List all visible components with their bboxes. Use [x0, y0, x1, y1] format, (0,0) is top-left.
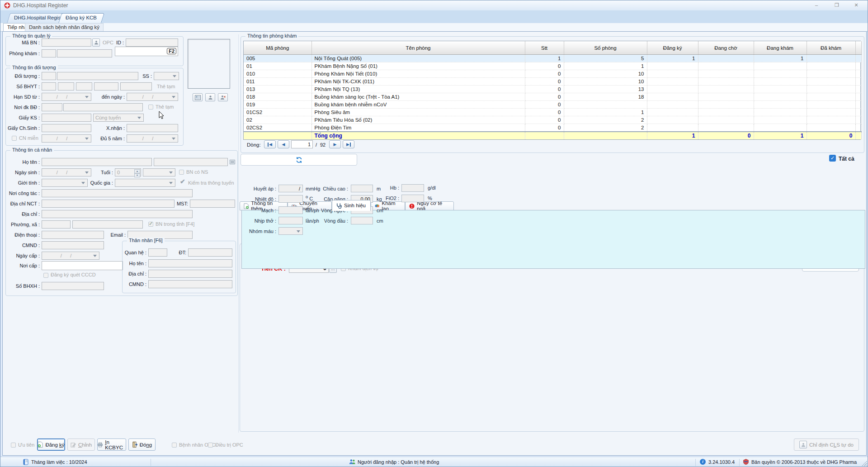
gioi-tinh-dropdown[interactable] — [42, 179, 88, 187]
cung-tuyen-dropdown[interactable]: Cùng tuyến — [93, 114, 144, 122]
minimize-button[interactable]: – — [810, 1, 823, 9]
col-so-phong[interactable]: Số phòng — [564, 41, 647, 55]
den-ngay-datepicker[interactable]: / / — [127, 93, 178, 101]
du-5-nam-datepicker[interactable]: / / — [127, 134, 178, 143]
in-kcbyc-button[interactable]: In KCBYC — [97, 438, 126, 451]
phuong-xa-code-input[interactable] — [42, 220, 71, 229]
maximize-button[interactable]: ❐ — [830, 1, 844, 9]
tat-ca-checkbox[interactable]: ✓ — [829, 155, 836, 162]
kiem-tra-thong-tuyen-button[interactable]: Kiểm tra thông tuyến — [188, 180, 234, 186]
phong-kham-code-input[interactable] — [42, 49, 56, 57]
table-row[interactable]: 02PKhám Tiêu Hóa Số (02)02 — [244, 116, 861, 124]
mach-input[interactable] — [278, 206, 303, 214]
bhyt-part5-input[interactable] — [120, 82, 152, 91]
table-row[interactable]: 010Phòng Khám Nội Tiết (010)010 — [244, 70, 861, 78]
phong-kham-name-input[interactable] — [57, 49, 112, 57]
cn-mien-datepicker[interactable]: / / — [42, 134, 91, 143]
col-dang-ky[interactable]: Đăng ký — [647, 41, 698, 55]
nhom-mau-dropdown[interactable] — [278, 227, 303, 235]
ho-ten-input[interactable] — [42, 158, 152, 166]
tab-dang-ky-kcb[interactable]: Đăng ký KCB — [58, 13, 101, 23]
tuoi-unit-dropdown[interactable] — [143, 168, 175, 176]
remove-photo-button[interactable] — [218, 93, 228, 101]
table-row[interactable]: 013PKhám Nội TQ (13)013 — [244, 86, 861, 93]
splitter[interactable] — [238, 34, 239, 433]
table-row[interactable]: 011PKhám Nội TK-CXK (011)010 — [244, 78, 861, 86]
col-stt[interactable]: Stt — [525, 41, 564, 55]
bhyt-part3-input[interactable] — [76, 82, 92, 91]
noi-dk-code-input[interactable] — [42, 103, 62, 111]
tab-nguy-co-te-nga[interactable]: Nguy cơ té ngã — [405, 201, 454, 210]
chinh-button[interactable]: Chỉnh — [67, 438, 95, 451]
dia-chi-input[interactable] — [42, 210, 193, 218]
tab-sinh-hieu[interactable]: Sinh hiệu — [332, 200, 371, 211]
noi-dk-name-input[interactable] — [63, 103, 143, 111]
ho-ten-khong-dau-input[interactable] — [154, 158, 228, 166]
noi-cong-tac-input[interactable] — [42, 189, 193, 197]
pager-page-input[interactable]: 1 — [291, 140, 313, 148]
chieu-cao-input[interactable] — [351, 185, 373, 192]
vong-dau-input[interactable] — [351, 217, 373, 224]
close-button[interactable]: ✕ — [849, 1, 863, 9]
bn-co-ns-checkbox[interactable] — [179, 170, 184, 175]
quet-cccd-checkbox[interactable] — [43, 273, 48, 278]
scan-card-button[interactable] — [193, 93, 203, 101]
table-row[interactable]: 018Buồng khám sàng lọc (Trệt - Tòa A1)01… — [244, 93, 861, 101]
uu-tien-checkbox[interactable] — [11, 443, 16, 448]
giay-ch-sinh-input[interactable] — [42, 124, 91, 132]
phong-kham-search-input[interactable]: F2 — [115, 47, 178, 56]
mst-input[interactable] — [190, 200, 235, 208]
ngay-sinh-datepicker[interactable]: / / — [42, 168, 91, 176]
han-sd-tu-datepicker[interactable]: / / — [42, 93, 91, 101]
pager-prev-button[interactable]: ◀ — [278, 140, 289, 148]
dien-thoai-input[interactable] — [42, 231, 104, 239]
than-nhan-ho-ten-input[interactable] — [148, 259, 232, 267]
col-dang-cho[interactable]: Đang chờ — [698, 41, 754, 55]
subtab-danh-sach[interactable]: Danh sách bệnh nhân đăng ký — [25, 23, 104, 31]
noi-cap-input[interactable] — [42, 261, 123, 270]
nhiet-do-input[interactable] — [278, 195, 303, 203]
spinner-arrows-icon[interactable]: ▲▼ — [134, 169, 140, 176]
dieu-tri-opc-checkbox[interactable] — [208, 443, 213, 448]
name-list-button[interactable] — [229, 158, 236, 166]
dia-chi-nct-input[interactable] — [42, 200, 175, 208]
table-row[interactable]: 005Nội Tổng Quát (005)1511 — [244, 55, 861, 62]
phuong-xa-name-input[interactable] — [72, 220, 143, 229]
pager-next-button[interactable]: ▶ — [329, 140, 341, 148]
than-nhan-dia-chi-input[interactable] — [148, 270, 232, 278]
quoc-gia-dropdown[interactable] — [115, 179, 175, 187]
table-row[interactable]: 02CS2Phòng Điện Tim02 — [244, 124, 861, 132]
hb-input[interactable] — [401, 184, 424, 192]
patient-lookup-button[interactable] — [92, 38, 100, 47]
ngay-cap-datepicker[interactable]: / / — [42, 252, 99, 260]
cn-mien-checkbox[interactable] — [12, 136, 17, 141]
the-tam-checkbox[interactable] — [148, 105, 153, 110]
nhip-tho-input[interactable] — [278, 217, 303, 224]
cmnd-input[interactable] — [42, 241, 104, 249]
x-nhan-input[interactable] — [127, 124, 178, 132]
ss-dropdown[interactable] — [154, 72, 179, 80]
fio2-input[interactable] — [401, 195, 424, 202]
pager-first-button[interactable]: ◀ — [264, 140, 276, 148]
bhyt-part1-input[interactable] — [42, 82, 56, 91]
dang-ky-button[interactable]: Đăng ký — [37, 438, 65, 451]
table-row[interactable]: 01CS2Phòng Siêu âm01 — [244, 109, 861, 116]
doi-tuong-name-input[interactable] — [57, 72, 138, 80]
tuoi-spinner[interactable]: 0 ▲▼ — [115, 168, 141, 176]
the-tam-button[interactable]: Thẻ tạm — [157, 84, 175, 89]
so-bhxh-input[interactable] — [42, 282, 104, 290]
table-row[interactable]: 019Buồng khám bệnh nhiễm nCoV0 — [244, 101, 861, 109]
id-input[interactable] — [126, 38, 178, 47]
chi-dinh-cls-button[interactable]: Chỉ định CLS tự do — [794, 438, 859, 451]
bn-trong-tinh-checkbox[interactable] — [148, 222, 153, 227]
huyet-ap-input[interactable]: / — [278, 185, 303, 192]
col-ma-phong[interactable]: Mã phòng — [244, 41, 311, 55]
table-row[interactable]: 01PKhám Bệnh Nặng Số (01)01 — [244, 62, 861, 70]
benh-nhan-opc-checkbox[interactable] — [172, 443, 177, 448]
bhyt-part2-input[interactable] — [58, 82, 74, 91]
col-da-kham[interactable]: Đã khám — [807, 41, 855, 55]
than-nhan-dt-input[interactable] — [188, 248, 232, 257]
resize-grip[interactable] — [862, 461, 867, 466]
giay-ks-input[interactable] — [42, 114, 91, 122]
quan-he-input[interactable] — [148, 248, 167, 257]
